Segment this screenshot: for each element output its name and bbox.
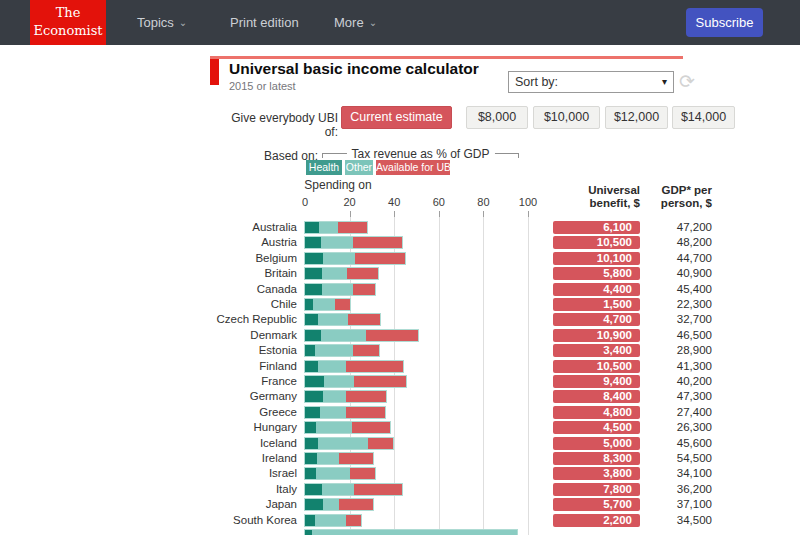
benefit-badge: 10,500: [553, 236, 640, 249]
benefit-badge: 4,800: [553, 406, 640, 419]
country-label: South Korea: [180, 514, 297, 526]
stacked-bar[interactable]: [305, 345, 379, 356]
country-label: Estonia: [180, 344, 297, 356]
stacked-bar[interactable]: [305, 422, 390, 433]
stacked-bar[interactable]: [305, 453, 373, 464]
gdp-value: 32,700: [650, 313, 712, 325]
chart-body: Australia 6,100 47,200 Austria 10,500 48…: [0, 0, 800, 535]
stacked-bar[interactable]: [305, 499, 373, 510]
table-row: Israel 3,800 34,100: [0, 466, 800, 481]
bar-segment-ubi: [339, 499, 373, 510]
gdp-value: 46,500: [650, 329, 712, 341]
country-label: Japan: [180, 498, 297, 510]
bar-segment-ubi: [339, 453, 373, 464]
bar-segment-other: [321, 237, 354, 248]
bar-segment-ubi: [348, 314, 380, 325]
bar-segment-ubi: [346, 361, 403, 372]
gdp-value: 47,200: [650, 221, 712, 233]
bar-segment-health: [305, 530, 312, 535]
bar-segment-health: [305, 468, 316, 479]
bar-segment-ubi: [352, 422, 390, 433]
benefit-badge: 7,800: [553, 483, 640, 496]
table-row: Australia 6,100 47,200: [0, 220, 800, 235]
bar-segment-health: [305, 515, 315, 526]
bar-segment-other: [322, 268, 347, 279]
country-label: Finland: [180, 360, 297, 372]
stacked-bar[interactable]: [305, 237, 402, 248]
stacked-bar[interactable]: [305, 268, 378, 279]
gdp-value: 47,300: [650, 390, 712, 402]
stacked-bar[interactable]: [305, 468, 375, 479]
benefit-badge: 4,500: [553, 421, 640, 434]
country-label: Iceland: [180, 437, 297, 449]
bar-segment-health: [305, 253, 323, 264]
bar-segment-other: [320, 407, 346, 418]
stacked-bar[interactable]: [305, 530, 517, 535]
benefit-badge: 10,100: [553, 252, 640, 265]
bar-segment-health: [305, 237, 321, 248]
country-label: Czech Republic: [180, 313, 297, 325]
table-row: Chile 1,500 22,300: [0, 297, 800, 312]
country-label: Britain: [180, 267, 297, 279]
bar-segment-ubi: [338, 222, 367, 233]
stacked-bar[interactable]: [305, 515, 361, 526]
table-row: South Korea 2,200 34,500: [0, 513, 800, 528]
table-row: Germany 8,400 47,300: [0, 389, 800, 404]
bar-segment-ubi: [355, 253, 405, 264]
stacked-bar[interactable]: [305, 222, 367, 233]
stacked-bar[interactable]: [305, 330, 418, 341]
bar-segment-ubi: [366, 330, 418, 341]
bar-segment-health: [305, 361, 318, 372]
bar-segment-other: [318, 314, 347, 325]
gdp-value: 36,200: [650, 483, 712, 495]
country-label: Canada: [180, 283, 297, 295]
gdp-value: 26,300: [650, 421, 712, 433]
stacked-bar[interactable]: [305, 376, 406, 387]
partial-next-row: [0, 528, 800, 535]
gdp-value: 28,900: [650, 344, 712, 356]
country-label: Italy: [180, 483, 297, 495]
bar-segment-health: [305, 499, 323, 510]
stacked-bar[interactable]: [305, 361, 403, 372]
gdp-value: 48,200: [650, 236, 712, 248]
table-row: Finland 10,500 41,300: [0, 359, 800, 374]
stacked-bar[interactable]: [305, 484, 402, 495]
bar-segment-other: [315, 345, 353, 356]
table-row: Estonia 3,400 28,900: [0, 343, 800, 358]
bar-segment-other: [312, 530, 517, 535]
stacked-bar[interactable]: [305, 391, 386, 402]
bar-segment-ubi: [347, 268, 379, 279]
bar-segment-health: [305, 268, 322, 279]
bar-segment-other: [319, 222, 338, 233]
benefit-badge: 4,700: [553, 313, 640, 326]
stacked-bar[interactable]: [305, 314, 380, 325]
benefit-badge: 4,400: [553, 283, 640, 296]
gdp-value: 54,500: [650, 452, 712, 464]
bar-segment-health: [305, 422, 316, 433]
benefit-badge: 10,900: [553, 329, 640, 342]
bar-segment-health: [305, 345, 315, 356]
stacked-bar[interactable]: [305, 438, 393, 449]
bar-segment-other: [322, 484, 355, 495]
bar-segment-health: [305, 284, 322, 295]
stacked-bar[interactable]: [305, 407, 385, 418]
country-label: Denmark: [180, 329, 297, 341]
bar-segment-other: [321, 330, 367, 341]
table-row: Canada 4,400 45,400: [0, 282, 800, 297]
country-label: Australia: [180, 221, 297, 233]
bar-segment-ubi: [368, 438, 393, 449]
gdp-value: 22,300: [650, 298, 712, 310]
benefit-badge: 5,000: [553, 437, 640, 450]
country-label: Ireland: [180, 452, 297, 464]
bar-segment-other: [315, 515, 346, 526]
bar-segment-health: [305, 407, 320, 418]
gdp-value: 41,300: [650, 360, 712, 372]
benefit-badge: 2,200: [553, 514, 640, 527]
benefit-badge: 8,400: [553, 390, 640, 403]
stacked-bar[interactable]: [305, 299, 350, 310]
country-label: Belgium: [180, 252, 297, 264]
bar-segment-ubi: [346, 391, 386, 402]
benefit-badge: 5,800: [553, 267, 640, 280]
stacked-bar[interactable]: [305, 253, 405, 264]
stacked-bar[interactable]: [305, 284, 375, 295]
